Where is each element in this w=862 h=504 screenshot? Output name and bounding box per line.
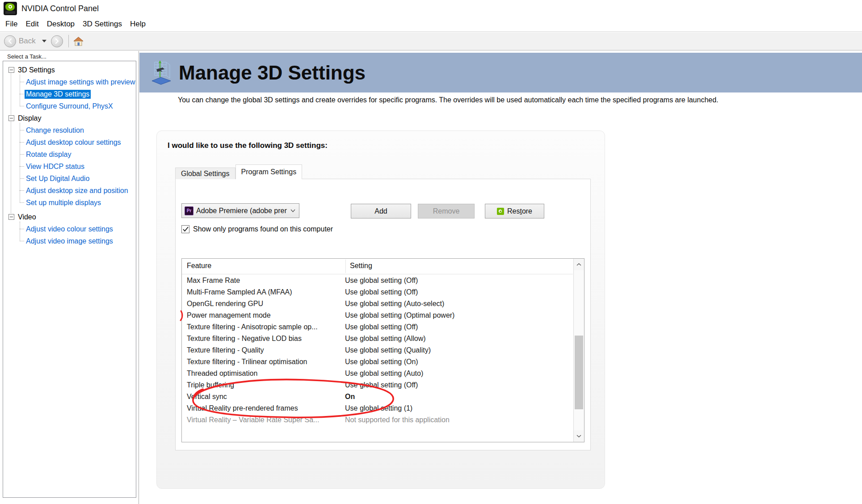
nvidia-restore-icon — [497, 208, 504, 215]
back-button[interactable] — [4, 35, 16, 47]
show-only-programs-label: Show only programs found on this compute… — [193, 225, 333, 233]
table-row[interactable]: Power management mode Use global setting… — [182, 310, 573, 321]
tree-item-label[interactable]: Adjust desktop colour settings — [25, 138, 122, 147]
table-row[interactable]: Virtual Reality – Variable Rate Super Sa… — [182, 414, 573, 426]
checkmark-icon — [183, 227, 189, 232]
table-row[interactable]: Triple buffering Use global setting (Off… — [182, 379, 573, 391]
tree-item[interactable]: Set Up Digital Audio — [17, 172, 136, 185]
table-row[interactable]: Texture filtering - Anisotropic sample o… — [182, 321, 573, 333]
tree-item-label[interactable]: Adjust video colour settings — [25, 225, 114, 234]
tree-group-row[interactable]: 3D Settings — [3, 64, 136, 76]
add-button[interactable]: Add — [351, 204, 411, 218]
collapse-minus-icon[interactable] — [8, 115, 14, 121]
tree-item[interactable]: Adjust desktop size and position — [17, 185, 136, 197]
tree-item[interactable]: Set up multiple displays — [17, 197, 136, 209]
tree-item[interactable]: Manage 3D settings — [17, 88, 136, 100]
table-row[interactable]: Texture filtering - Quality Use global s… — [182, 344, 573, 356]
toolbar-separator — [68, 35, 69, 47]
table-row[interactable]: Threaded optimisation Use global setting… — [182, 368, 573, 379]
collapse-minus-icon[interactable] — [8, 214, 14, 220]
menu-item[interactable]: Desktop — [47, 20, 75, 29]
tree-item[interactable]: Adjust video colour settings — [17, 223, 136, 235]
tree-item[interactable]: Adjust image settings with preview — [17, 76, 136, 88]
restore-button[interactable]: Restore — [485, 204, 544, 218]
back-arrow-icon — [8, 38, 13, 44]
collapse-minus-icon[interactable] — [8, 67, 14, 73]
table-row[interactable]: Virtual Reality pre-rendered frames Use … — [182, 403, 573, 414]
setting-cell: Use global setting (Auto) — [341, 370, 423, 378]
navigation-toolbar: Back — [0, 32, 862, 50]
tree-item-label[interactable]: Adjust desktop size and position — [25, 186, 130, 195]
nvidia-control-panel-window: NVIDIA Control Panel File Edit Desktop 3… — [0, 0, 862, 504]
table-header: Feature Setting — [182, 259, 573, 274]
table-row[interactable]: Max Frame Rate Use global setting (Off) — [182, 275, 573, 286]
table-row[interactable]: Vertical sync On — [182, 391, 573, 403]
table-row[interactable]: Multi-Frame Sampled AA (MFAA) Use global… — [182, 286, 573, 298]
home-icon[interactable] — [73, 37, 84, 46]
tree-item-label[interactable]: Adjust image settings with preview — [25, 78, 136, 87]
tree-group-label: 3D Settings — [18, 66, 55, 74]
scroll-up-icon — [576, 263, 581, 266]
setting-cell: Use global setting (On) — [341, 358, 418, 366]
tab[interactable]: Program Settings — [235, 164, 303, 179]
tree-item[interactable]: Adjust desktop colour settings — [17, 136, 136, 148]
tree-group-row[interactable]: Video — [3, 211, 136, 223]
page-description: You can change the global 3D settings an… — [178, 96, 719, 104]
forward-button[interactable] — [51, 35, 63, 47]
table-scrollbar[interactable] — [573, 259, 584, 442]
feature-cell: Max Frame Rate — [182, 277, 341, 285]
feature-cell: OpenGL rendering GPU — [182, 300, 341, 308]
menu-item[interactable]: Help — [130, 20, 146, 29]
setting-column-header[interactable]: Setting — [350, 262, 372, 270]
tree-item-label[interactable]: Rotate display — [25, 150, 72, 159]
menu-item[interactable]: 3D Settings — [83, 20, 122, 29]
back-history-dropdown[interactable] — [42, 40, 46, 42]
program-select-dropdown[interactable]: Pr Adobe Premiere (adobe premier... — [181, 203, 299, 218]
tree-item-label[interactable]: View HDCP status — [25, 162, 86, 171]
feature-cell: Texture filtering - Anisotropic sample o… — [182, 323, 341, 331]
table-row[interactable]: Texture filtering - Trilinear optimisati… — [182, 356, 573, 368]
scroll-up-button[interactable] — [574, 259, 584, 270]
tree-item-label[interactable]: Set up multiple displays — [25, 198, 102, 207]
restore-label: Restore — [507, 207, 532, 215]
feature-column-header[interactable]: Feature — [187, 262, 211, 270]
tab[interactable]: Global Settings — [175, 168, 235, 179]
feature-cell: Triple buffering — [182, 381, 341, 389]
show-only-programs-checkbox[interactable] — [181, 225, 189, 233]
task-tree: 3D Settings Adjust image settings with p… — [3, 61, 136, 498]
tree-item-label[interactable]: Manage 3D settings — [25, 90, 91, 99]
scrollbar-thumb[interactable] — [575, 336, 583, 409]
program-select-value: Adobe Premiere (adobe premier... — [196, 207, 287, 215]
column-divider[interactable] — [345, 260, 346, 273]
tree-group: Video Adjust video colour settings Adjus… — [3, 211, 136, 247]
tree-item[interactable]: Configure Surround, PhysX — [17, 100, 136, 112]
feature-cell: Texture filtering - Trilinear optimisati… — [182, 358, 341, 366]
forward-arrow-icon — [54, 38, 59, 44]
tree-item[interactable]: Adjust video image settings — [17, 235, 136, 247]
tree-group-row[interactable]: Display — [3, 112, 136, 124]
tree-item[interactable]: View HDCP status — [17, 160, 136, 172]
menu-item[interactable]: File — [5, 20, 17, 29]
setting-cell: Use global setting (Allow) — [341, 335, 426, 343]
table-row[interactable]: Texture filtering - Negative LOD bias Us… — [182, 333, 573, 344]
setting-cell: Use global setting (Quality) — [341, 346, 431, 354]
tree-item-label[interactable]: Adjust video image settings — [25, 237, 114, 246]
tree-item-label[interactable]: Configure Surround, PhysX — [25, 102, 114, 111]
setting-cell: Use global setting (Off) — [341, 277, 418, 285]
chevron-down-icon — [290, 209, 295, 212]
tree-item[interactable]: Change resolution — [17, 124, 136, 136]
tree-children: Adjust image settings with preview Manag… — [17, 76, 136, 112]
tree-item-label[interactable]: Set Up Digital Audio — [25, 174, 91, 183]
feature-cell: Power management mode — [182, 311, 341, 319]
feature-cell: Virtual Reality – Variable Rate Super Sa… — [182, 416, 341, 424]
menu-item[interactable]: Edit — [25, 20, 38, 29]
scroll-down-button[interactable] — [574, 430, 584, 442]
tree-item[interactable]: Rotate display — [17, 148, 136, 160]
tree-children: Adjust video colour settings Adjust vide… — [17, 223, 136, 247]
remove-button[interactable]: Remove — [418, 204, 475, 218]
scroll-down-icon — [576, 435, 581, 437]
tree-item-label[interactable]: Change resolution — [25, 126, 85, 135]
table-row[interactable]: OpenGL rendering GPU Use global setting … — [182, 298, 573, 310]
feature-cell: Texture filtering - Quality — [182, 346, 341, 354]
setting-cell: Use global setting (1) — [341, 404, 412, 412]
